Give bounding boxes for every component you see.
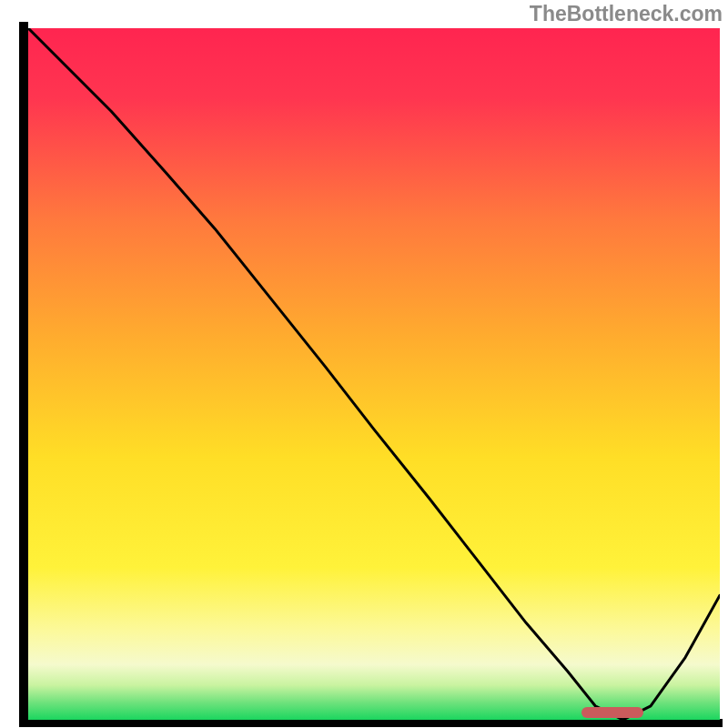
optimal-range-marker <box>581 707 643 718</box>
watermark-text: TheBottleneck.com <box>530 2 723 26</box>
y-axis <box>19 22 28 723</box>
x-axis <box>19 719 723 727</box>
gradient-bg <box>28 28 720 720</box>
chart-frame: TheBottleneck.com <box>0 0 728 728</box>
plot-area <box>28 28 720 720</box>
plot-svg <box>28 28 720 720</box>
